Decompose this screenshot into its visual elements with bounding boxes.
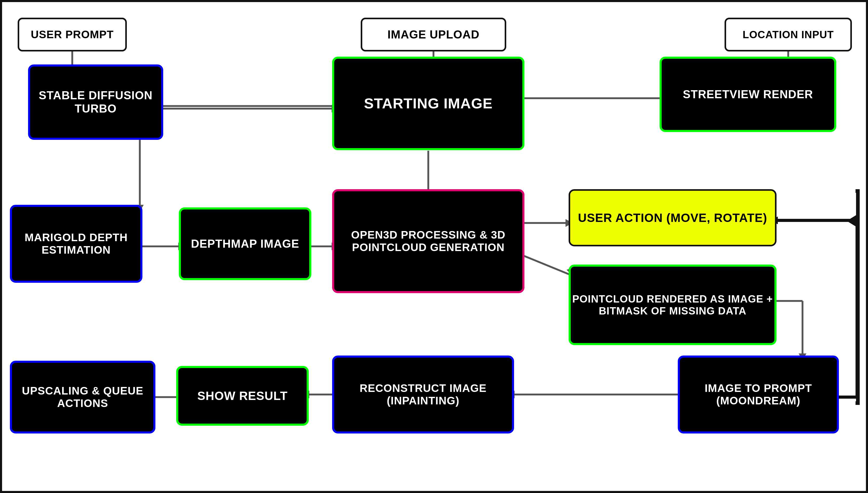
stable-diffusion-node: STABLE DIFFUSION TURBO [28, 64, 163, 140]
upscaling-label: UPSCALING & QUEUE ACTIONS [12, 385, 153, 410]
show-result-label: SHOW RESULT [197, 389, 287, 403]
pointcloud-rendered-node: POINTCLOUD RENDERED AS IMAGE + BITMASK O… [569, 264, 777, 345]
image-upload-label: IMAGE UPLOAD [388, 28, 479, 41]
marigold-depth-node: MARIGOLD DEPTH ESTIMATION [10, 205, 143, 283]
open3d-processing-label: OPEN3D PROCESSING & 3D POINTCLOUD GENERA… [334, 229, 522, 254]
upscaling-node: UPSCALING & QUEUE ACTIONS [10, 361, 155, 433]
location-input-node: LOCATION INPUT [724, 18, 852, 51]
user-prompt-label: USER PROMPT [31, 28, 113, 41]
marigold-depth-label: MARIGOLD DEPTH ESTIMATION [12, 231, 140, 257]
show-result-node: SHOW RESULT [176, 366, 309, 426]
reconstruct-image-label: RECONSTRUCT IMAGE (INPAINTING) [334, 382, 512, 407]
starting-image-label: STARTING IMAGE [364, 95, 493, 112]
user-action-node: USER ACTION (MOVE, ROTATE) [569, 189, 777, 246]
feedback-arrow-line [855, 189, 860, 405]
diagram-container: USER PROMPT IMAGE UPLOAD LOCATION INPUT … [0, 0, 868, 493]
stable-diffusion-label: STABLE DIFFUSION TURBO [30, 89, 161, 115]
feedback-arrowhead [847, 215, 856, 227]
streetview-render-label: STREETVIEW RENDER [683, 88, 813, 101]
image-to-prompt-label: IMAGE TO PROMPT (moondream) [680, 382, 837, 407]
open3d-processing-node: OPEN3D PROCESSING & 3D POINTCLOUD GENERA… [332, 189, 524, 293]
svg-line-21 [520, 254, 571, 275]
depthmap-image-label: DEPTHMAP IMAGE [191, 237, 299, 251]
user-prompt-node: USER PROMPT [18, 18, 127, 51]
image-upload-node: IMAGE UPLOAD [361, 18, 506, 51]
streetview-render-node: STREETVIEW RENDER [659, 57, 836, 132]
reconstruct-image-node: RECONSTRUCT IMAGE (INPAINTING) [332, 356, 514, 433]
image-to-prompt-node: IMAGE TO PROMPT (moondream) [678, 356, 839, 433]
starting-image-node: STARTING IMAGE [332, 57, 524, 150]
user-action-label: USER ACTION (MOVE, ROTATE) [578, 211, 767, 225]
pointcloud-rendered-label: POINTCLOUD RENDERED AS IMAGE + BITMASK O… [571, 293, 775, 317]
depthmap-image-node: DEPTHMAP IMAGE [179, 207, 311, 280]
location-input-label: LOCATION INPUT [742, 28, 834, 41]
